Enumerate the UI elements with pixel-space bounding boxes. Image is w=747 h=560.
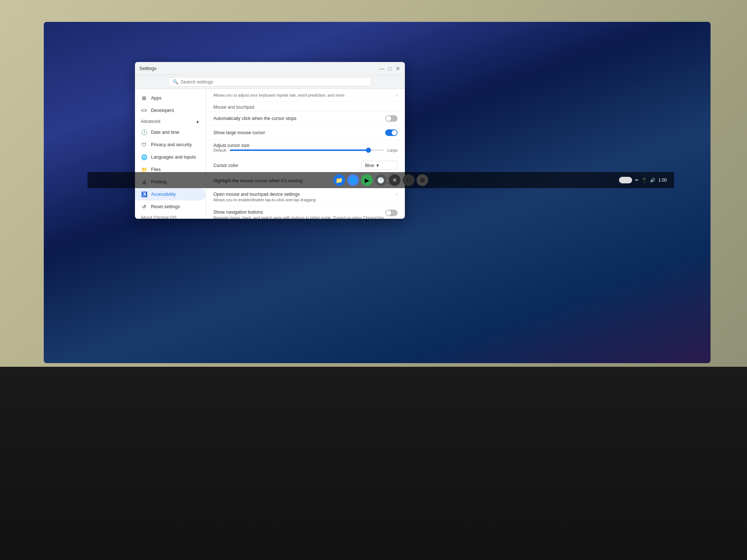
- auto-click-toggle[interactable]: [385, 115, 398, 122]
- developers-icon: <>: [141, 107, 147, 114]
- cursor-size-row: Adjust cursor size Default Large: [206, 140, 405, 157]
- sidebar-item-languages-label: Languages and inputs: [151, 155, 196, 160]
- mouse-device-sublabel: Allows you to enable/disable tap-to-clic…: [213, 198, 396, 202]
- settings-window: Settings — □ ✕ 🔍 ⊞ Apps: [135, 62, 405, 219]
- mouse-section-header: Mouse and touchpad: [206, 102, 405, 112]
- cursor-size-max-label: Large: [387, 148, 398, 152]
- sidebar-item-languages[interactable]: 🌐 Languages and inputs: [135, 151, 206, 163]
- pencil-icon[interactable]: ✏: [635, 178, 639, 183]
- clock-display: 1:00: [658, 178, 667, 183]
- large-cursor-toggle[interactable]: [385, 129, 398, 136]
- maximize-button[interactable]: □: [387, 66, 392, 71]
- sidebar-item-files-label: Files: [151, 167, 160, 172]
- sidebar-item-apps[interactable]: ⊞ Apps: [135, 92, 206, 104]
- sidebar: ⊞ Apps <> Developers Advanced ▲ 🕐 Date a…: [135, 89, 206, 219]
- search-input[interactable]: [181, 79, 367, 85]
- sidebar-item-reset[interactable]: ↺ Reset settings: [135, 201, 206, 213]
- top-description-row: Allows you to adjust your keyboard repea…: [206, 89, 405, 102]
- minimize-button[interactable]: —: [379, 66, 384, 71]
- sidebar-item-datetime-label: Date and time: [151, 130, 179, 135]
- sidebar-item-privacy[interactable]: 🛡 Privacy and security: [135, 139, 206, 151]
- languages-icon: 🌐: [141, 154, 147, 160]
- taskbar-window-icon[interactable]: □: [403, 174, 414, 186]
- taskbar-docs-icon[interactable]: ≡: [389, 174, 400, 186]
- auto-click-row: Automatically click when the cursor stop…: [206, 112, 405, 126]
- apps-icon: ⊞: [141, 95, 147, 101]
- sidebar-advanced-section[interactable]: Advanced ▲: [135, 117, 206, 126]
- taskbar-files-icon[interactable]: 📁: [333, 174, 345, 186]
- taskbar-system-tray: ✏ 📱 🔊 1:00: [619, 177, 667, 183]
- cursor-size-min-label: Default: [213, 148, 226, 152]
- top-description-chevron-icon: ›: [396, 93, 398, 98]
- nav-buttons-label-group: Show navigation buttons Navigate home, b…: [213, 210, 385, 219]
- cursor-size-slider-wrapper: Default Large: [213, 148, 398, 152]
- nav-buttons-row: Show navigation buttons Navigate home, b…: [206, 206, 405, 219]
- auto-click-label: Automatically click when the cursor stop…: [213, 116, 297, 121]
- window-controls: — □ ✕: [379, 66, 400, 71]
- sidebar-item-apps-label: Apps: [151, 96, 162, 101]
- large-cursor-row: Show large mouse cursor: [206, 126, 405, 140]
- top-description: Allows you to adjust your keyboard repea…: [213, 93, 345, 97]
- mouse-device-label-group: Open mouse and touchpad device settings …: [213, 192, 396, 202]
- nav-buttons-sublabel: Navigate home, back, and switch apps wit…: [213, 215, 385, 219]
- reset-icon: ↺: [141, 203, 147, 210]
- sidebar-item-accessibility-label: Accessibility: [151, 192, 176, 197]
- tablet-icon[interactable]: 📱: [642, 178, 647, 183]
- taskbar-settings-icon[interactable]: ⚙: [417, 174, 428, 186]
- sidebar-item-accessibility[interactable]: ♿ Accessibility: [135, 188, 206, 201]
- sidebar-about-chrome[interactable]: About Chrome OS: [135, 213, 206, 219]
- advanced-chevron-icon: ▲: [196, 119, 200, 124]
- datetime-icon: 🕐: [141, 129, 147, 136]
- close-button[interactable]: ✕: [395, 66, 400, 71]
- mouse-device-label: Open mouse and touchpad device settings: [213, 192, 396, 197]
- title-bar: Settings — □ ✕: [135, 62, 405, 75]
- search-input-wrapper[interactable]: 🔍: [169, 77, 371, 86]
- sidebar-item-reset-label: Reset settings: [151, 204, 180, 209]
- toggle-widget[interactable]: [619, 177, 632, 183]
- privacy-icon: 🛡: [141, 141, 147, 148]
- taskbar: 📁 🌐 ▶ 🕐 ≡ □ ⚙ ✏ 📱 🔊 1:00: [88, 172, 674, 188]
- search-icon: 🔍: [173, 79, 178, 85]
- cursor-size-fill: [230, 149, 368, 151]
- search-bar: 🔍: [135, 75, 405, 89]
- laptop-screen: Settings — □ ✕ 🔍 ⊞ Apps: [44, 22, 711, 363]
- sidebar-item-developers[interactable]: <> Developers: [135, 104, 206, 117]
- mouse-device-chevron-icon: ›: [396, 192, 398, 197]
- sound-icon[interactable]: 🔊: [650, 178, 655, 183]
- nav-buttons-label: Show navigation buttons: [213, 210, 385, 215]
- accessibility-icon: ♿: [141, 191, 147, 198]
- cursor-size-thumb[interactable]: [366, 148, 371, 153]
- cursor-size-label: Adjust cursor size: [213, 143, 249, 148]
- large-cursor-label: Show large mouse cursor: [213, 130, 265, 135]
- keyboard-area: [0, 367, 747, 560]
- nav-buttons-toggle[interactable]: [385, 210, 398, 216]
- sidebar-item-developers-label: Developers: [151, 108, 174, 113]
- cursor-color-row: Cursor color Blue ▾: [206, 157, 405, 174]
- mouse-device-row[interactable]: Open mouse and touchpad device settings …: [206, 188, 405, 206]
- advanced-label: Advanced: [141, 119, 160, 124]
- cursor-color-value: Blue: [365, 163, 374, 168]
- taskbar-play-icon[interactable]: ▶: [361, 174, 373, 186]
- content-pane: Allows you to adjust your keyboard repea…: [206, 89, 405, 219]
- main-content: ⊞ Apps <> Developers Advanced ▲ 🕐 Date a…: [135, 89, 405, 219]
- cursor-color-dropdown[interactable]: Blue ▾: [361, 161, 398, 170]
- cursor-size-slider[interactable]: [230, 149, 384, 151]
- taskbar-chrome-icon[interactable]: 🌐: [347, 174, 359, 186]
- sidebar-item-datetime[interactable]: 🕐 Date and time: [135, 126, 206, 139]
- window-title: Settings: [139, 66, 156, 71]
- cursor-color-label: Cursor color: [213, 163, 238, 168]
- cursor-color-chevron-icon: ▾: [376, 163, 379, 168]
- sidebar-item-privacy-label: Privacy and security: [151, 142, 192, 147]
- taskbar-clock-icon[interactable]: 🕐: [375, 174, 387, 186]
